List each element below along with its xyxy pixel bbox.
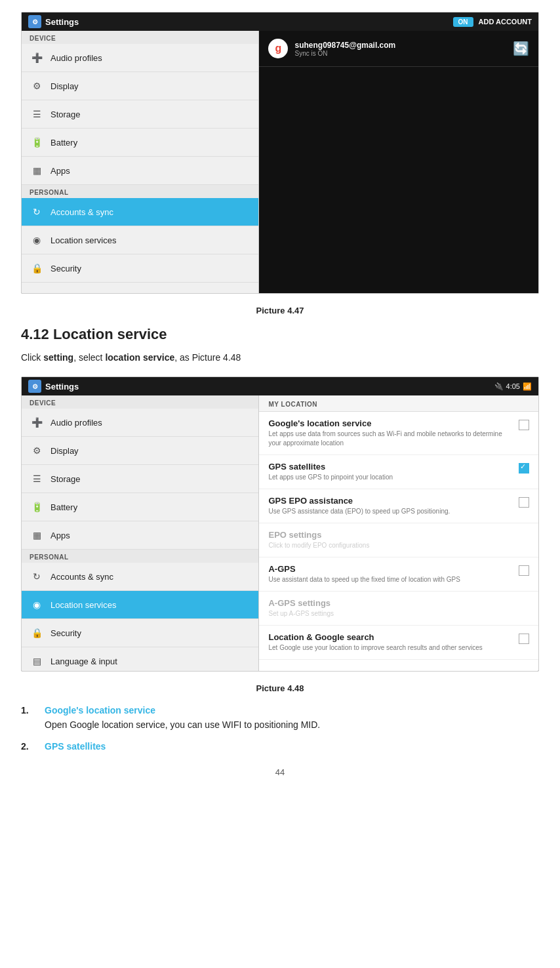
battery-icon-1: 🔋 xyxy=(30,135,44,150)
accounts-sync-icon-1: ↻ xyxy=(30,205,44,219)
sidebar-item-display-1[interactable]: ⚙ Display xyxy=(22,72,258,100)
section-label-device-1: DEVICE xyxy=(22,31,258,44)
page-number: 44 xyxy=(0,767,560,777)
app-title-1: ⚙ Settings xyxy=(28,15,79,28)
loc-gps-title: GPS satellites xyxy=(268,462,513,472)
section-label-personal-2: PERSONAL xyxy=(22,550,258,563)
security-icon-1: 🔒 xyxy=(30,261,44,275)
loc-agps-settings-title: A-GPS settings xyxy=(268,598,529,608)
audio-profiles-label-2: Audio profiles xyxy=(50,418,102,428)
sidebar-item-language-1[interactable]: ▤ Language & input xyxy=(22,283,258,293)
location-icon-1: ◉ xyxy=(30,233,44,247)
display-icon-2: ⚙ xyxy=(30,443,44,458)
accounts-sync-icon-2: ↻ xyxy=(30,569,44,584)
loc-item-agps[interactable]: A-GPS Use assistant data to speed up the… xyxy=(259,557,538,592)
loc-item-agps-text: A-GPS Use assistant data to speed up the… xyxy=(268,564,513,584)
loc-item-gps[interactable]: GPS satellites Let apps use GPS to pinpo… xyxy=(259,455,538,489)
loc-item-gps-text: GPS satellites Let apps use GPS to pinpo… xyxy=(268,462,513,482)
security-label-2: Security xyxy=(50,628,81,638)
loc-gps-checkbox[interactable] xyxy=(519,463,529,474)
loc-item-google-search[interactable]: Location & Google search Let Google use … xyxy=(259,626,538,660)
apps-label-1: Apps xyxy=(50,166,70,176)
loc-epo-title: GPS EPO assistance xyxy=(268,496,513,506)
apps-label-2: Apps xyxy=(50,531,70,540)
list-body-1: Open Google location service, you can us… xyxy=(45,718,320,732)
loc-google-search-desc: Let Google use your location to improve … xyxy=(268,643,513,653)
wifi-icon-2: 📶 xyxy=(523,382,532,391)
sidebar-item-storage-2[interactable]: ☰ Storage xyxy=(22,465,258,493)
security-icon-2: 🔒 xyxy=(30,626,44,640)
storage-label-2: Storage xyxy=(50,474,81,484)
security-label-1: Security xyxy=(50,264,81,273)
sidebar-item-storage-1[interactable]: ☰ Storage xyxy=(22,100,258,129)
list-num-1: 1. xyxy=(21,705,37,716)
screenshot-2: ⚙ Settings 🔌 4:05 📶 DEVICE ➕ Audio profi… xyxy=(21,376,539,672)
sidebar-item-apps-1[interactable]: ▦ Apps xyxy=(22,157,258,185)
signal-icon-2: 🔌 xyxy=(494,382,504,391)
section-label-personal-1: PERSONAL xyxy=(22,185,258,198)
loc-google-search-checkbox[interactable] xyxy=(519,634,529,644)
loc-item-google[interactable]: Google's location service Let apps use d… xyxy=(259,412,538,455)
loc-item-agps-settings-text: A-GPS settings Set up A-GPS settings xyxy=(268,598,529,618)
language-label-1: Language & input xyxy=(50,292,117,294)
loc-item-google-search-text: Location & Google search Let Google use … xyxy=(268,632,513,653)
audio-profiles-label-1: Audio profiles xyxy=(50,53,102,63)
account-info-1: suheng098745@gmail.com Sync is ON xyxy=(294,41,395,57)
sidebar-2: DEVICE ➕ Audio profiles ⚙ Display ☰ Stor… xyxy=(22,395,259,671)
numbered-list: 1. Google's location service Open Google… xyxy=(21,705,539,754)
right-pane-1: g suheng098745@gmail.com Sync is ON 🔄 xyxy=(259,31,538,293)
pane-layout-1: DEVICE ➕ Audio profiles ⚙ Display ☰ Stor… xyxy=(22,31,538,293)
sync-status-1: Sync is ON xyxy=(294,50,395,57)
loc-gps-desc: Let apps use GPS to pinpoint your locati… xyxy=(268,473,513,482)
location-label-1: Location services xyxy=(50,235,116,245)
loc-google-title: Google's location service xyxy=(268,418,513,428)
toggle-on-1[interactable]: ON xyxy=(453,17,473,27)
screenshot-1: ⚙ Settings ON ADD ACCOUNT DEVICE ➕ Audio… xyxy=(21,12,539,294)
display-label-1: Display xyxy=(50,81,79,91)
sidebar-item-battery-1[interactable]: 🔋 Battery xyxy=(22,129,258,157)
sidebar-item-security-1[interactable]: 🔒 Security xyxy=(22,254,258,283)
sidebar-1: DEVICE ➕ Audio profiles ⚙ Display ☰ Stor… xyxy=(22,31,259,293)
sidebar-item-security-2[interactable]: 🔒 Security xyxy=(22,619,258,647)
storage-label-1: Storage xyxy=(50,110,81,119)
list-content-1: Google's location service Open Google lo… xyxy=(45,705,320,732)
audio-profiles-icon-2: ➕ xyxy=(30,415,44,430)
sidebar-item-accounts-sync-1[interactable]: ↻ Accounts & sync xyxy=(22,198,258,226)
sidebar-item-audio-profiles-2[interactable]: ➕ Audio profiles xyxy=(22,409,258,437)
storage-icon-2: ☰ xyxy=(30,472,44,486)
account-row-1[interactable]: g suheng098745@gmail.com Sync is ON 🔄 xyxy=(259,31,538,67)
add-account-button-1[interactable]: ADD ACCOUNT xyxy=(479,18,532,26)
audio-profiles-icon-1: ➕ xyxy=(30,50,44,65)
sidebar-item-display-2[interactable]: ⚙ Display xyxy=(22,437,258,465)
settings-icon-1: ⚙ xyxy=(28,15,41,28)
battery-label-1: Battery xyxy=(50,138,77,148)
accounts-sync-label-2: Accounts & sync xyxy=(50,572,113,582)
list-title-1: Google's location service xyxy=(45,705,320,716)
sidebar-item-language-2[interactable]: ▤ Language & input xyxy=(22,647,258,671)
app-title-2: ⚙ Settings xyxy=(28,380,79,393)
loc-epo-desc: Use GPS assistance data (EPO) to speed u… xyxy=(268,507,513,516)
loc-epo-settings-desc: Click to modify EPO configurations xyxy=(268,541,529,550)
loc-google-checkbox[interactable] xyxy=(519,420,529,430)
sidebar-item-accounts-sync-2[interactable]: ↻ Accounts & sync xyxy=(22,563,258,591)
list-num-2: 2. xyxy=(21,741,37,752)
account-email-1: suheng098745@gmail.com xyxy=(294,41,395,50)
status-right-2: 🔌 4:05 📶 xyxy=(494,382,532,391)
loc-item-epo-text: GPS EPO assistance Use GPS assistance da… xyxy=(268,496,513,516)
loc-item-epo[interactable]: GPS EPO assistance Use GPS assistance da… xyxy=(259,489,538,523)
pane-layout-2: DEVICE ➕ Audio profiles ⚙ Display ☰ Stor… xyxy=(22,395,538,671)
sidebar-item-apps-2[interactable]: ▦ Apps xyxy=(22,521,258,550)
sidebar-item-location-1[interactable]: ◉ Location services xyxy=(22,226,258,254)
apps-icon-1: ▦ xyxy=(30,163,44,178)
sidebar-item-battery-2[interactable]: 🔋 Battery xyxy=(22,493,258,521)
accounts-sync-label-1: Accounts & sync xyxy=(50,207,113,217)
list-item-2: 2. GPS satellites xyxy=(21,741,539,754)
loc-agps-title: A-GPS xyxy=(268,564,513,574)
sidebar-item-location-2[interactable]: ◉ Location services xyxy=(22,591,258,619)
loc-epo-checkbox[interactable] xyxy=(519,497,529,508)
sidebar-item-audio-profiles-1[interactable]: ➕ Audio profiles xyxy=(22,44,258,72)
location-icon-2: ◉ xyxy=(30,597,44,612)
section-label-device-2: DEVICE xyxy=(22,395,258,409)
loc-item-agps-settings: A-GPS settings Set up A-GPS settings xyxy=(259,592,538,626)
loc-agps-checkbox[interactable] xyxy=(519,565,529,576)
